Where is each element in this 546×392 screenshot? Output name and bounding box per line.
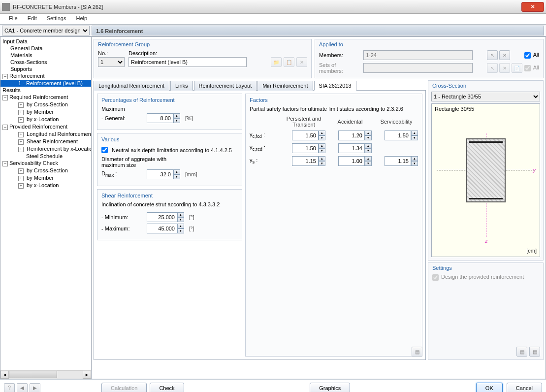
expander-icon[interactable]: −	[2, 95, 8, 100]
design-provided-checkbox: Design the provided reinforcement	[432, 274, 524, 280]
gc-fcd-service[interactable]	[385, 131, 411, 140]
tree-cross-sections[interactable]: Cross-Sections	[0, 59, 91, 65]
tree-serv-by-member[interactable]: + by Member	[0, 174, 91, 182]
all-sets-checkbox: All	[524, 65, 539, 71]
expander-icon[interactable]: +	[18, 168, 24, 174]
next-icon[interactable]: ▶	[30, 383, 40, 392]
clear-icon[interactable]: ✕	[499, 50, 510, 60]
gc-tcd-persistent[interactable]	[292, 143, 319, 153]
prev-icon[interactable]: ◀	[17, 383, 28, 392]
scroll-left-icon[interactable]: ◄	[0, 371, 9, 379]
group-number-select[interactable]: 1	[98, 57, 125, 67]
tree-serv-by-cs[interactable]: + by Cross-Section	[0, 167, 91, 174]
tree-reinforcement-item[interactable]: 1 - Reinforcement (level B)	[0, 80, 91, 87]
check-button[interactable]: Check	[150, 383, 184, 392]
tab-layout[interactable]: Reinforcement Layout	[194, 81, 257, 91]
tree-long-reinf[interactable]: + Longitudinal Reinforcement	[0, 131, 91, 138]
tree-results[interactable]: Results	[0, 87, 91, 94]
expander-icon[interactable]: +	[18, 183, 24, 189]
tree-required-reinf[interactable]: −Required Reinforcement	[0, 94, 91, 101]
expander-icon[interactable]: +	[18, 102, 24, 108]
close-button[interactable]: ✕	[521, 2, 544, 12]
neutral-axis-checkbox[interactable]: Neutral axis depth limitation according …	[101, 147, 238, 153]
app-icon	[2, 3, 10, 11]
expander-icon[interactable]: −	[2, 125, 8, 130]
gs-service[interactable]	[385, 156, 411, 166]
top-toolbar: CA1 - Concrete member design 1.6 Reinfor…	[0, 25, 546, 36]
all-members-checkbox[interactable]: All	[524, 52, 539, 59]
pick-icon[interactable]: ↖	[487, 50, 498, 60]
tab-min[interactable]: Min Reinforcement	[257, 81, 313, 91]
expander-icon[interactable]: +	[18, 110, 24, 115]
help-icon[interactable]: ?	[4, 383, 15, 392]
menu-file[interactable]: File	[4, 14, 23, 24]
cross-section-select[interactable]: 1 - Rectangle 30/55	[431, 92, 540, 101]
expander-icon[interactable]: +	[18, 117, 24, 123]
copy-icon[interactable]: 📋	[284, 57, 294, 67]
spinner-buttons[interactable]: ▴▾	[177, 224, 184, 233]
delete-icon[interactable]: ✕	[296, 57, 307, 67]
expander-icon[interactable]: −	[2, 161, 8, 166]
spinner-buttons[interactable]: ▴▾	[173, 169, 180, 179]
info-icon[interactable]: ▤	[516, 347, 527, 357]
various-group: Various Neutral axis depth limitation ac…	[97, 133, 242, 186]
dmax-input[interactable]	[147, 169, 173, 179]
factor-row-label: γc,τcd :	[250, 144, 279, 152]
tree-shear-reinf[interactable]: + Shear Reinforcement	[0, 138, 91, 145]
page-title: 1.6 Reinforcement	[92, 26, 544, 35]
defaults-icon[interactable]: ▤	[412, 347, 422, 357]
expander-icon[interactable]: −	[2, 74, 8, 79]
expander-icon[interactable]: +	[18, 132, 24, 137]
spinner-buttons[interactable]: ▴▾	[173, 113, 180, 123]
tree-serviceability[interactable]: −Serviceability Check	[0, 160, 91, 167]
menu-help[interactable]: Help	[71, 14, 92, 24]
gc-fcd-persistent[interactable]	[292, 131, 319, 140]
factor-row-label: γs :	[250, 157, 279, 164]
tab-sia[interactable]: SIA 262:2013	[314, 81, 356, 91]
navigator-tree[interactable]: Input Data General Data Materials Cross-…	[0, 36, 92, 379]
sidebar-hscroll[interactable]: ◄ ►	[0, 370, 91, 379]
spinner-buttons[interactable]: ▴▾	[177, 212, 184, 222]
tree-reinforcement[interactable]: −Reinforcement	[0, 72, 91, 80]
tree-reinf-by-x[interactable]: + Reinforcement by x-Location	[0, 145, 91, 153]
percentages-group: Percentages of Reinforcement Maximum - G…	[97, 94, 242, 130]
tab-links[interactable]: Links	[170, 81, 193, 91]
tree-general-data[interactable]: General Data	[0, 45, 91, 52]
case-selector[interactable]: CA1 - Concrete member design	[2, 26, 90, 35]
tree-serv-by-xloc[interactable]: + by x-Location	[0, 182, 91, 189]
tree-supports[interactable]: Supports	[0, 65, 91, 72]
details-icon[interactable]: ▤	[529, 347, 540, 357]
shear-min-input[interactable]	[147, 212, 177, 222]
tree-input-data[interactable]: Input Data	[0, 38, 91, 45]
gc-fcd-accidental[interactable]	[338, 131, 365, 140]
scroll-right-icon[interactable]: ►	[83, 371, 91, 379]
expander-icon[interactable]: +	[18, 147, 24, 152]
tree-steel-schedule[interactable]: Steel Schedule	[0, 153, 91, 160]
gc-tcd-accidental[interactable]	[338, 143, 365, 153]
tree-by-xloc[interactable]: + by x-Location	[0, 116, 91, 123]
menu-edit[interactable]: Edit	[23, 14, 42, 24]
tab-strip: Longitudinal Reinforcement Links Reinfor…	[94, 80, 426, 91]
folder-open-icon[interactable]: 📁	[271, 57, 282, 67]
ok-button[interactable]: OK	[476, 383, 503, 392]
shear-max-input[interactable]	[147, 224, 177, 233]
expander-icon[interactable]: +	[18, 176, 24, 181]
general-percent-input[interactable]	[147, 113, 173, 123]
graphics-button[interactable]: Graphics	[310, 383, 350, 392]
group-description-input[interactable]	[128, 57, 247, 67]
calculation-button[interactable]: Calculation	[101, 383, 147, 392]
cancel-button[interactable]: Cancel	[507, 383, 542, 392]
gs-persistent[interactable]	[292, 156, 319, 166]
reinforcement-group-panel: Reinforcement Group No.: 1 Description: …	[94, 39, 312, 78]
tab-longitudinal[interactable]: Longitudinal Reinforcement	[94, 81, 169, 91]
tree-provided-reinf[interactable]: −Provided Reinforcement	[0, 123, 91, 131]
shear-group: Shear Reinforcement Inclination of concr…	[97, 189, 242, 240]
gs-accidental[interactable]	[338, 156, 365, 166]
tree-by-cs[interactable]: + by Cross-Section	[0, 101, 91, 108]
tree-by-member[interactable]: + by Member	[0, 108, 91, 116]
tree-materials[interactable]: Materials	[0, 52, 91, 59]
new-icon: 📄	[512, 63, 522, 73]
menu-settings[interactable]: Settings	[42, 14, 71, 24]
factor-row-label: γc,fcd :	[250, 131, 279, 139]
expander-icon[interactable]: +	[18, 139, 24, 145]
